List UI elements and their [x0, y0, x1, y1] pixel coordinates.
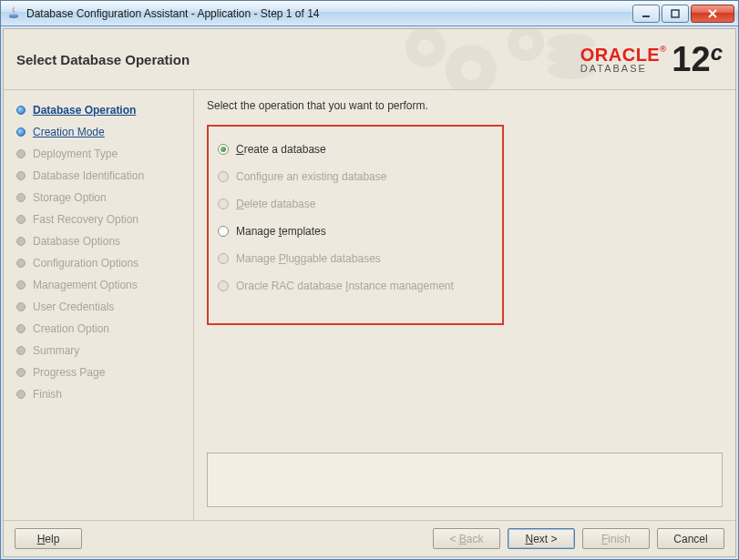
next-button[interactable]: Next > — [508, 528, 575, 549]
maximize-button[interactable] — [662, 5, 689, 23]
window-controls — [631, 5, 734, 23]
close-button[interactable] — [691, 5, 734, 23]
step-label: User Credentials — [33, 300, 114, 313]
radio-icon — [218, 199, 229, 209]
svg-point-4 — [417, 39, 434, 56]
radio-icon — [218, 144, 229, 155]
wizard-step-0[interactable]: Database Operation — [16, 99, 188, 121]
wizard-step-10: Creation Option — [16, 318, 188, 340]
radio-icon — [218, 171, 229, 182]
wizard-sidebar: Database OperationCreation ModeDeploymen… — [4, 90, 194, 520]
step-label: Summary — [33, 344, 79, 357]
operation-option-2: Delete database — [218, 190, 488, 218]
wizard-step-11: Summary — [16, 340, 188, 361]
main-split: Database OperationCreation ModeDeploymen… — [4, 90, 735, 520]
description-box — [207, 453, 723, 507]
svg-point-0 — [9, 14, 18, 16]
brand-version-num: 12 — [672, 40, 710, 78]
java-cup-icon — [6, 6, 21, 21]
step-label: Creation Mode — [33, 126, 105, 138]
step-dot-icon — [16, 237, 26, 246]
wizard-step-2: Deployment Type — [16, 143, 188, 165]
svg-rect-1 — [642, 15, 650, 17]
window-title: Database Configuration Assistant - Appli… — [26, 7, 631, 20]
wizard-step-12: Progress Page — [16, 361, 188, 383]
step-dot-icon — [16, 171, 26, 180]
step-dot-icon — [16, 324, 26, 333]
wizard-step-7: Configuration Options — [16, 252, 188, 274]
wizard-step-3: Database Identification — [16, 165, 188, 187]
step-label: Database Identification — [33, 169, 144, 182]
title-bar: Database Configuration Assistant - Appli… — [1, 1, 738, 26]
step-label: Creation Option — [33, 322, 109, 335]
step-label: Finish — [33, 388, 62, 401]
operation-option-1: Configure an existing database — [218, 163, 488, 190]
wizard-step-6: Database Options — [16, 230, 188, 252]
step-label: Configuration Options — [33, 257, 139, 270]
operation-option-4: Manage Pluggable databases — [218, 245, 488, 272]
option-label: Oracle RAC database Instance management — [236, 280, 454, 292]
option-label: Delete database — [236, 198, 315, 210]
content-pane: Select the operation that you want to pe… — [194, 90, 735, 520]
step-label: Database Options — [33, 235, 120, 248]
step-dot-icon — [16, 346, 26, 355]
wizard-footer: Help < Back Next > Finish Cancel — [4, 520, 735, 556]
brand-version-c: c — [711, 40, 723, 65]
step-label: Fast Recovery Option — [33, 213, 139, 226]
svg-rect-2 — [672, 10, 679, 17]
cancel-button[interactable]: Cancel — [657, 528, 724, 549]
wizard-step-5: Fast Recovery Option — [16, 209, 188, 230]
step-dot-icon — [16, 106, 26, 115]
option-label: Create a database — [236, 143, 326, 156]
brand-reg: ® — [660, 45, 666, 54]
help-button[interactable]: Help — [15, 528, 82, 549]
step-label: Progress Page — [33, 366, 105, 379]
svg-point-8 — [518, 36, 533, 50]
step-dot-icon — [16, 149, 26, 158]
operation-options-highlight: Create a databaseConfigure an existing d… — [207, 125, 504, 325]
back-button[interactable]: < Back — [433, 528, 500, 549]
radio-icon — [218, 226, 229, 237]
gears-decor-icon — [389, 29, 599, 90]
step-dot-icon — [16, 302, 26, 311]
oracle-brand: ORACLE® DATABASE 12c — [580, 42, 723, 76]
step-dot-icon — [16, 280, 26, 290]
page-title: Select Database Operation — [16, 52, 190, 67]
minimize-button[interactable] — [632, 5, 660, 23]
step-dot-icon — [16, 215, 26, 224]
operation-option-3[interactable]: Manage templates — [218, 218, 488, 245]
step-label: Storage Option — [33, 191, 107, 204]
step-label: Deployment Type — [33, 148, 118, 160]
step-dot-icon — [16, 127, 26, 137]
operation-option-5: Oracle RAC database Instance management — [218, 272, 488, 300]
brand-oracle-text: ORACLE — [580, 45, 660, 65]
finish-button[interactable]: Finish — [582, 528, 650, 549]
step-dot-icon — [16, 368, 26, 377]
header-band: Select Database Operation ORACLE® DATABA… — [4, 29, 735, 90]
radio-icon — [218, 280, 229, 291]
wizard-step-8: Management Options — [16, 274, 188, 296]
option-label: Configure an existing database — [236, 170, 386, 183]
step-dot-icon — [16, 390, 26, 399]
radio-icon — [218, 253, 229, 264]
brand-database-text: DATABASE — [580, 64, 667, 74]
wizard-step-9: User Credentials — [16, 296, 188, 318]
step-label: Database Operation — [33, 104, 136, 117]
window: Database Configuration Assistant - Appli… — [0, 0, 739, 560]
option-label: Manage templates — [236, 225, 326, 238]
client-area: Select Database Operation ORACLE® DATABA… — [3, 28, 736, 557]
step-dot-icon — [16, 259, 26, 268]
wizard-step-13: Finish — [16, 383, 188, 405]
wizard-step-4: Storage Option — [16, 187, 188, 209]
step-label: Management Options — [33, 279, 138, 291]
step-dot-icon — [16, 193, 26, 202]
operation-option-0[interactable]: Create a database — [218, 136, 488, 163]
option-label: Manage Pluggable databases — [236, 252, 381, 265]
instruction-text: Select the operation that you want to pe… — [207, 99, 723, 112]
wizard-step-1[interactable]: Creation Mode — [16, 121, 188, 143]
svg-point-6 — [461, 60, 481, 80]
